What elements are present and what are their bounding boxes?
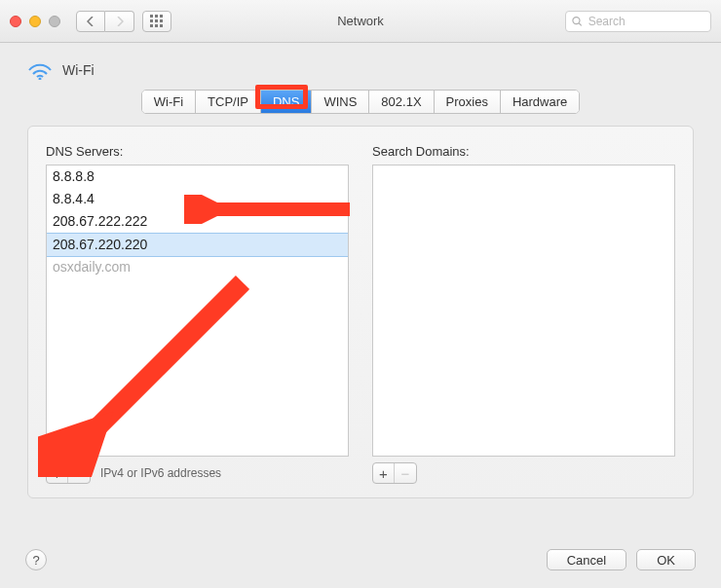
dns-servers-column: DNS Servers: 8.8.8.88.8.4.4208.67.222.22… xyxy=(46,144,349,484)
wifi-icon xyxy=(27,60,53,80)
tab-proxies[interactable]: Proxies xyxy=(435,91,501,113)
dns-footer-hint: IPv4 or IPv6 addresses xyxy=(100,466,221,480)
tabs-container: Wi-FiTCP/IPDNSWINS802.1XProxiesHardware xyxy=(27,90,694,114)
search-domains-label: Search Domains: xyxy=(372,144,675,159)
svg-rect-2 xyxy=(160,15,163,18)
search-domains-list[interactable] xyxy=(372,165,675,457)
interface-name: Wi-Fi xyxy=(62,62,95,78)
svg-point-11 xyxy=(39,78,42,81)
close-window-button[interactable] xyxy=(10,16,21,27)
search-domains-column: Search Domains: + − xyxy=(372,144,675,484)
svg-rect-3 xyxy=(150,19,153,22)
tabs: Wi-FiTCP/IPDNSWINS802.1XProxiesHardware xyxy=(141,90,581,114)
show-all-button[interactable] xyxy=(142,11,171,32)
forward-button[interactable] xyxy=(105,11,134,32)
dns-servers-stepper: + − xyxy=(46,462,91,484)
interface-header: Wi-Fi xyxy=(27,60,694,80)
dns-panel: DNS Servers: 8.8.8.88.8.4.4208.67.222.22… xyxy=(27,126,694,498)
add-dns-server-button[interactable]: + xyxy=(47,463,68,483)
svg-rect-5 xyxy=(160,19,163,22)
dns-server-row[interactable]: 208.67.222.222 xyxy=(47,210,348,233)
remove-search-domain-button[interactable]: − xyxy=(395,463,416,483)
dns-server-row[interactable]: 8.8.4.4 xyxy=(47,188,348,210)
nav-buttons xyxy=(76,11,134,32)
content: Wi-Fi Wi-FiTCP/IPDNSWINS802.1XProxiesHar… xyxy=(0,43,721,498)
tab-dns[interactable]: DNS xyxy=(261,91,312,113)
dns-servers-label: DNS Servers: xyxy=(46,144,349,159)
svg-rect-8 xyxy=(160,24,163,27)
search-domains-footer: + − xyxy=(372,462,675,484)
grid-icon xyxy=(150,15,164,28)
cancel-button[interactable]: Cancel xyxy=(547,549,626,570)
titlebar: Network xyxy=(0,0,721,43)
tab-hardware[interactable]: Hardware xyxy=(501,91,579,113)
svg-point-9 xyxy=(573,17,580,23)
remove-dns-server-button[interactable]: − xyxy=(68,463,90,483)
dns-server-row[interactable]: 208.67.220.220 xyxy=(47,233,348,257)
minimize-window-button[interactable] xyxy=(29,16,41,27)
svg-rect-0 xyxy=(150,15,153,18)
ok-button[interactable]: OK xyxy=(636,549,696,570)
zoom-window-button[interactable] xyxy=(49,16,60,27)
bottom-bar: ? Cancel OK xyxy=(0,539,721,588)
back-button[interactable] xyxy=(76,11,105,32)
search-input[interactable] xyxy=(587,14,704,29)
search-icon xyxy=(572,16,583,27)
svg-rect-1 xyxy=(155,15,158,18)
svg-rect-4 xyxy=(155,19,158,22)
svg-rect-7 xyxy=(155,24,158,27)
watermark: osxdaily.com xyxy=(47,257,348,276)
dns-server-row[interactable]: 8.8.8.8 xyxy=(47,165,348,188)
add-search-domain-button[interactable]: + xyxy=(373,463,395,483)
svg-rect-6 xyxy=(150,24,153,27)
tab-wins[interactable]: WINS xyxy=(312,91,369,113)
tab-802-1x[interactable]: 802.1X xyxy=(369,91,434,113)
search-field[interactable] xyxy=(565,11,711,32)
help-button[interactable]: ? xyxy=(25,549,47,570)
search-domains-stepper: + − xyxy=(372,462,417,484)
dns-servers-list[interactable]: 8.8.8.88.8.4.4208.67.222.222208.67.220.2… xyxy=(46,165,349,457)
dns-servers-footer: + − IPv4 or IPv6 addresses xyxy=(46,462,349,484)
tab-wi-fi[interactable]: Wi-Fi xyxy=(142,91,196,113)
tab-tcp-ip[interactable]: TCP/IP xyxy=(196,91,261,113)
traffic-lights xyxy=(10,16,60,27)
svg-line-10 xyxy=(579,22,582,25)
